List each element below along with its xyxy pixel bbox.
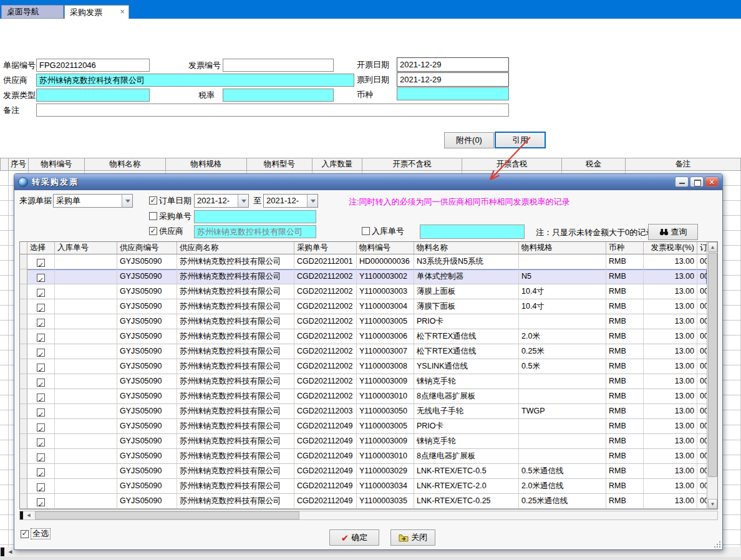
table-row[interactable]: GYJS05090苏州铼钠克数控科技有限公司CGD202112003Y11000… — [20, 404, 707, 419]
source-doc-select[interactable]: 采购单 — [53, 194, 133, 208]
dialog-close-button[interactable] — [705, 176, 719, 187]
dialog-title-bar[interactable]: 转采购发票 — [14, 174, 722, 190]
table-row[interactable]: GYJS05090苏州铼钠克数控科技有限公司CGD202112002Y11000… — [20, 269, 707, 284]
row-select-checkbox[interactable] — [37, 349, 45, 357]
dialog-header-cell[interactable]: 物料编号 — [357, 242, 414, 254]
dialog-header-cell[interactable]: 采购单号 — [294, 242, 357, 254]
tab-purchase-invoice[interactable]: 采购发票 × — [64, 5, 129, 19]
vscroll-thumb[interactable] — [708, 253, 717, 477]
row-select-checkbox[interactable] — [37, 453, 45, 461]
table-row[interactable]: GYJS05090苏州铼钠克数控科技有限公司CGD202112002Y11000… — [20, 329, 707, 344]
tab-close-icon[interactable]: × — [120, 7, 125, 16]
table-row[interactable]: GYJS05090苏州铼钠克数控科技有限公司CGD202112002Y11000… — [20, 374, 707, 389]
dialog-maximize-button[interactable] — [690, 176, 704, 187]
select-all-control[interactable]: 全选 — [21, 528, 51, 539]
row-select-checkbox[interactable] — [37, 304, 45, 312]
po-no-field[interactable] — [194, 210, 316, 223]
row-select-checkbox[interactable] — [37, 319, 45, 327]
row-select-checkbox[interactable] — [37, 289, 45, 297]
row-select-checkbox[interactable] — [37, 498, 45, 506]
table-row[interactable]: GYJS05090苏州铼钠克数控科技有限公司CGD202112002Y11000… — [20, 299, 707, 314]
row-select-checkbox[interactable] — [37, 468, 45, 476]
resize-grip[interactable] — [714, 541, 721, 548]
order-date-checkbox[interactable] — [149, 196, 157, 205]
main-header-cell[interactable]: 物料规格 — [166, 158, 247, 171]
row-select-checkbox[interactable] — [37, 259, 45, 267]
dialog-close-footer-button[interactable]: 关闭 — [390, 529, 435, 546]
select-all-checkbox[interactable] — [21, 530, 29, 538]
row-select-checkbox[interactable] — [37, 393, 45, 402]
main-header-cell[interactable]: 开票含税 — [462, 158, 562, 171]
row-select-checkbox[interactable] — [37, 334, 45, 342]
supplier-filter-checkbox[interactable] — [149, 227, 157, 235]
table-row[interactable]: GYJS05090苏州铼钠克数控科技有限公司CGD202112049Y11000… — [20, 464, 707, 479]
chevron-down-icon[interactable] — [122, 195, 132, 207]
dialog-header-cell[interactable]: 物料名称 — [414, 242, 519, 254]
table-row[interactable]: GYJS05090苏州铼钠克数控科技有限公司CGD202112049Y11000… — [20, 479, 707, 494]
invoice-type-field[interactable] — [36, 89, 150, 102]
table-row[interactable]: GYJS05090苏州铼钠克数控科技有限公司CGD202112049Y11000… — [20, 419, 707, 434]
invoice-date-field[interactable]: 2021-12-29 — [397, 57, 509, 72]
chevron-down-icon[interactable] — [307, 195, 317, 207]
main-header-cell[interactable]: 税金 — [562, 158, 626, 171]
row-select-checkbox[interactable] — [37, 423, 45, 432]
table-row[interactable]: GYJS05090苏州铼钠克数控科技有限公司CGD202112001HD0000… — [20, 254, 707, 269]
po-no-checkbox[interactable] — [149, 212, 157, 220]
dialog-header-cell[interactable]: 币种 — [606, 242, 644, 254]
ok-button[interactable]: ✔ 确定 — [329, 529, 379, 546]
row-select-checkbox[interactable] — [37, 274, 45, 282]
dialog-header-cell[interactable] — [20, 242, 27, 254]
dialog-horizontal-scrollbar[interactable]: ◄ — [19, 511, 718, 520]
attachment-button[interactable]: 附件(0) — [444, 132, 494, 148]
supplier-filter-field[interactable]: 苏州铼钠克数控科技有限公司 — [194, 225, 316, 238]
doc-no-field[interactable]: FPG202112046 — [36, 59, 150, 72]
hscroll-thumb[interactable] — [35, 511, 299, 519]
row-select-checkbox[interactable] — [37, 438, 45, 447]
main-header-cell[interactable]: 序号 — [9, 158, 29, 171]
table-row[interactable]: GYJS05090苏州铼钠克数控科技有限公司CGD202112002Y11000… — [20, 359, 707, 374]
inbound-no-checkbox[interactable] — [362, 227, 370, 235]
scroll-down-icon[interactable]: ▼ — [708, 499, 717, 509]
dialog-vertical-scrollbar[interactable]: ▲ ▼ — [707, 242, 717, 509]
dialog-header-cell[interactable]: 订 — [697, 242, 707, 254]
table-row[interactable]: GYJS05090苏州铼钠克数控科技有限公司CGD202112002Y11000… — [20, 389, 707, 404]
table-row[interactable]: GYJS05090苏州铼钠克数控科技有限公司CGD202112002Y11000… — [20, 314, 707, 329]
supplier-field[interactable]: 苏州铼钠克数控科技有限公司 — [36, 74, 354, 87]
dialog-header-cell[interactable]: 发票税率(%) — [644, 242, 697, 254]
inbound-no-field[interactable] — [420, 224, 525, 239]
table-row[interactable]: GYJS05090苏州铼钠克数控科技有限公司CGD202112049Y11000… — [20, 434, 707, 449]
scroll-up-icon[interactable]: ▲ — [708, 242, 717, 252]
table-row[interactable]: GYJS05090苏州铼钠克数控科技有限公司CGD202112002Y11000… — [20, 284, 707, 299]
currency-field[interactable] — [397, 87, 509, 100]
main-header-cell[interactable] — [0, 158, 9, 171]
dialog-header-cell[interactable]: 供应商编号 — [117, 242, 177, 254]
dialog-header-cell[interactable]: 物料规格 — [519, 242, 606, 254]
table-row[interactable]: GYJS05090苏州铼钠克数控科技有限公司CGD202112002Y11000… — [20, 344, 707, 359]
row-select-checkbox[interactable] — [37, 408, 45, 417]
main-header-cell[interactable]: 开票不含税 — [362, 158, 462, 171]
table-row[interactable]: GYJS05090苏州铼钠克数控科技有限公司CGD202112049Y11000… — [20, 494, 707, 509]
main-header-cell[interactable]: 物料型号 — [247, 158, 312, 171]
row-select-checkbox[interactable] — [37, 364, 45, 372]
tax-rate-field[interactable] — [223, 89, 334, 102]
dialog-header-cell[interactable]: 入库单号 — [55, 242, 117, 254]
arrive-date-field[interactable]: 2021-12-29 — [397, 72, 509, 87]
table-row[interactable]: GYJS05090苏州铼钠克数控科技有限公司CGD202112049Y11000… — [20, 449, 707, 464]
main-header-cell[interactable]: 物料编号 — [29, 158, 85, 171]
search-button[interactable]: 查询 — [648, 224, 698, 240]
main-header-cell[interactable]: 入库数量 — [312, 158, 362, 171]
dialog-minimize-button[interactable] — [675, 176, 689, 187]
row-select-checkbox[interactable] — [37, 483, 45, 491]
dialog-scroll-left-icon[interactable]: ◄ — [24, 511, 33, 519]
date-from-select[interactable]: 2021-12-01 — [194, 194, 249, 208]
date-to-select[interactable]: 2021-12-29 — [263, 194, 318, 208]
row-select-checkbox[interactable] — [37, 379, 45, 387]
tab-desktop-nav[interactable]: 桌面导航 — [1, 5, 64, 19]
main-header-cell[interactable]: 备注 — [626, 158, 741, 171]
invoice-no-field[interactable] — [223, 59, 334, 72]
dialog-header-cell[interactable]: 选择 — [27, 242, 55, 254]
chevron-down-icon[interactable] — [238, 195, 248, 207]
remark-field[interactable] — [36, 104, 509, 117]
dialog-header-cell[interactable]: 供应商名称 — [177, 242, 294, 254]
reference-button[interactable]: 引用 — [495, 132, 546, 148]
